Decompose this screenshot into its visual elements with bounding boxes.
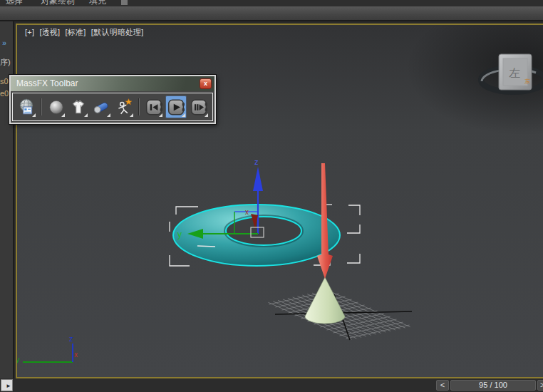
viewcube-compass-label: 东 — [524, 78, 530, 85]
flyout-corner-icon — [130, 113, 133, 117]
massfx-title: MassFX Toolbar — [16, 78, 78, 88]
next-frame-button[interactable]: > — [537, 380, 543, 391]
gizmo-y-label: y — [177, 229, 182, 239]
ribbon-band — [0, 6, 543, 21]
massfx-ragdoll-button[interactable] — [113, 96, 135, 118]
ribbon-tab-row: 选择 对象绘制 填充 — [0, 0, 543, 6]
panel-expand-chevron-icon[interactable]: » — [2, 38, 6, 47]
massfx-constraint-button[interactable] — [90, 96, 112, 118]
viewport-shading-menu[interactable]: [默认明暗处理] — [91, 28, 144, 36]
flyout-corner-icon — [84, 113, 88, 117]
gizmo-z-arrowhead — [253, 167, 263, 191]
viewport-standard-menu[interactable]: [标准] — [66, 28, 86, 36]
3dsmax-window: 选择 对象绘制 填充 » 序) s0 e00 — [0, 0, 543, 392]
massfx-step-simulation-button[interactable] — [188, 96, 210, 118]
star-icon — [125, 99, 132, 105]
viewport-general-menu[interactable]: [+] — [25, 28, 34, 36]
world-axis-y-label: y — [17, 355, 20, 363]
mini-curve-editor-button[interactable]: ► — [1, 379, 13, 391]
panel-text-fragment: 序) — [0, 57, 11, 68]
viewport-pov-menu[interactable]: [透视] — [39, 28, 60, 36]
world-axis-z-label: z — [69, 334, 73, 343]
cone-object[interactable] — [305, 277, 345, 324]
panel-text-fragment: s0 — [0, 77, 9, 86]
close-icon[interactable]: x — [200, 78, 212, 89]
massfx-button-row — [12, 93, 213, 121]
flyout-corner-icon — [182, 113, 185, 117]
gizmo-z-label: z — [254, 158, 259, 166]
massfx-reset-simulation-button[interactable] — [143, 96, 165, 118]
ribbon-collapse-nub[interactable] — [121, 0, 128, 5]
ribbon-tab-populate[interactable]: 填充 — [89, 0, 106, 6]
flyout-corner-icon — [107, 113, 110, 117]
flyout-corner-icon — [61, 113, 65, 117]
flyout-corner-icon — [159, 113, 162, 117]
massfx-rigid-body-button[interactable] — [46, 96, 67, 118]
toolbar-separator — [41, 98, 42, 115]
previous-frame-button[interactable]: < — [436, 380, 449, 391]
world-axis-tripod: y z x — [17, 334, 78, 363]
gizmo-x-label: x — [245, 208, 249, 216]
massfx-world-parameters-button[interactable] — [16, 96, 37, 118]
time-slider-track[interactable]: < 95 / 100 > — [14, 378, 543, 392]
ribbon-tab-object-paint[interactable]: 对象绘制 — [41, 0, 75, 6]
ribbon-tab-selection[interactable]: 选择 — [6, 0, 23, 6]
time-slider-handle[interactable]: 95 / 100 — [450, 380, 536, 391]
flyout-corner-icon — [205, 113, 208, 117]
viewport-label: [+] [透视] [标准] [默认明暗处理] — [25, 27, 147, 38]
flyout-corner-icon — [32, 113, 36, 117]
toolbar-separator — [138, 98, 140, 115]
viewcube-face-label: 左 — [509, 67, 520, 79]
massfx-mcloth-button[interactable] — [68, 96, 89, 118]
massfx-play-simulation-button[interactable] — [165, 96, 187, 118]
world-axis-x-label: x — [74, 351, 78, 359]
massfx-titlebar[interactable]: MassFX Toolbar x — [11, 76, 214, 91]
massfx-toolbar-dialog: MassFX Toolbar x — [9, 75, 216, 124]
